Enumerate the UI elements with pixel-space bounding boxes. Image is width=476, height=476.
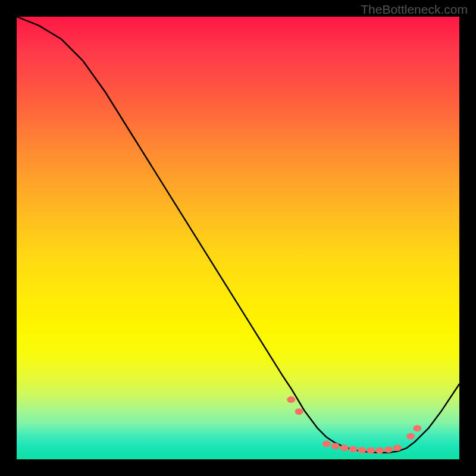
curve-marker bbox=[287, 396, 295, 403]
curve-marker bbox=[406, 433, 415, 440]
curve-marker bbox=[358, 447, 366, 453]
curve-marker bbox=[393, 444, 402, 451]
curve-markers bbox=[287, 396, 421, 454]
curve-marker bbox=[349, 446, 357, 452]
curve-marker bbox=[331, 443, 340, 449]
curve-marker bbox=[367, 447, 375, 454]
curve-marker bbox=[340, 444, 349, 451]
curve-marker bbox=[295, 408, 303, 415]
bottleneck-curve bbox=[17, 17, 459, 453]
curve-marker bbox=[413, 425, 421, 431]
chart-plot-area bbox=[17, 17, 459, 459]
chart-svg bbox=[17, 17, 459, 459]
watermark-text: TheBottleneck.com bbox=[361, 2, 468, 17]
curve-marker bbox=[384, 446, 393, 453]
curve-marker bbox=[375, 447, 384, 454]
curve-marker bbox=[322, 440, 331, 447]
